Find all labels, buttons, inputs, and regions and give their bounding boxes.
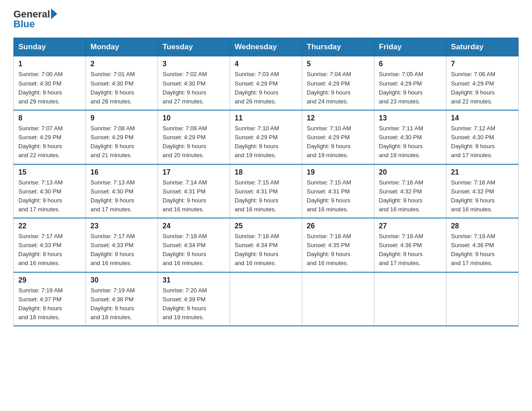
day-of-week-header: Saturday bbox=[446, 38, 519, 56]
calendar-day-cell: 10 Sunrise: 7:09 AMSunset: 4:29 PMDaylig… bbox=[158, 110, 230, 164]
calendar-day-cell: 1 Sunrise: 7:00 AMSunset: 4:30 PMDayligh… bbox=[14, 56, 86, 110]
day-info: Sunrise: 7:01 AMSunset: 4:30 PMDaylight:… bbox=[90, 70, 153, 106]
day-info: Sunrise: 7:00 AMSunset: 4:30 PMDaylight:… bbox=[18, 70, 81, 106]
day-info: Sunrise: 7:14 AMSunset: 4:31 PMDaylight:… bbox=[163, 178, 225, 214]
day-number: 4 bbox=[235, 60, 297, 68]
page-header: General Blue bbox=[13, 9, 519, 30]
day-info: Sunrise: 7:19 AMSunset: 4:36 PMDaylight:… bbox=[451, 232, 514, 268]
calendar-day-cell: 31 Sunrise: 7:20 AMSunset: 4:39 PMDaylig… bbox=[158, 272, 230, 326]
calendar-day-cell: 15 Sunrise: 7:13 AMSunset: 4:30 PMDaylig… bbox=[14, 164, 86, 218]
day-number: 24 bbox=[163, 222, 225, 230]
logo-arrow-icon bbox=[51, 9, 57, 19]
day-info: Sunrise: 7:12 AMSunset: 4:30 PMDaylight:… bbox=[451, 124, 514, 160]
calendar-day-cell: 4 Sunrise: 7:03 AMSunset: 4:29 PMDayligh… bbox=[230, 56, 302, 110]
day-info: Sunrise: 7:10 AMSunset: 4:29 PMDaylight:… bbox=[235, 124, 297, 160]
day-number: 23 bbox=[90, 222, 153, 230]
calendar-day-cell: 26 Sunrise: 7:18 AMSunset: 4:35 PMDaylig… bbox=[302, 218, 374, 272]
logo-blue-text: Blue bbox=[13, 19, 57, 30]
calendar-day-cell: 24 Sunrise: 7:18 AMSunset: 4:34 PMDaylig… bbox=[158, 218, 230, 272]
calendar-table: SundayMondayTuesdayWednesdayThursdayFrid… bbox=[13, 38, 519, 326]
calendar-day-cell bbox=[230, 272, 302, 326]
calendar-day-cell: 29 Sunrise: 7:19 AMSunset: 4:37 PMDaylig… bbox=[14, 272, 86, 326]
day-info: Sunrise: 7:15 AMSunset: 4:31 PMDaylight:… bbox=[307, 178, 369, 214]
calendar-day-cell: 19 Sunrise: 7:15 AMSunset: 4:31 PMDaylig… bbox=[302, 164, 374, 218]
calendar-day-cell: 20 Sunrise: 7:16 AMSunset: 4:32 PMDaylig… bbox=[374, 164, 446, 218]
calendar-day-cell bbox=[446, 272, 519, 326]
day-info: Sunrise: 7:07 AMSunset: 4:29 PMDaylight:… bbox=[18, 124, 81, 160]
day-info: Sunrise: 7:05 AMSunset: 4:29 PMDaylight:… bbox=[379, 70, 442, 106]
day-number: 16 bbox=[90, 168, 153, 176]
calendar-day-cell bbox=[302, 272, 374, 326]
calendar-day-cell: 25 Sunrise: 7:18 AMSunset: 4:34 PMDaylig… bbox=[230, 218, 302, 272]
day-info: Sunrise: 7:17 AMSunset: 4:33 PMDaylight:… bbox=[90, 232, 153, 268]
day-info: Sunrise: 7:03 AMSunset: 4:29 PMDaylight:… bbox=[235, 70, 297, 106]
calendar-body: 1 Sunrise: 7:00 AMSunset: 4:30 PMDayligh… bbox=[14, 56, 519, 326]
calendar-week-row: 1 Sunrise: 7:00 AMSunset: 4:30 PMDayligh… bbox=[14, 56, 519, 110]
day-info: Sunrise: 7:17 AMSunset: 4:33 PMDaylight:… bbox=[18, 232, 81, 268]
day-number: 14 bbox=[451, 114, 514, 122]
calendar-day-cell: 18 Sunrise: 7:15 AMSunset: 4:31 PMDaylig… bbox=[230, 164, 302, 218]
day-info: Sunrise: 7:15 AMSunset: 4:31 PMDaylight:… bbox=[235, 178, 297, 214]
day-number: 26 bbox=[307, 222, 369, 230]
day-of-week-header: Sunday bbox=[14, 38, 86, 56]
calendar-day-cell: 5 Sunrise: 7:04 AMSunset: 4:29 PMDayligh… bbox=[302, 56, 374, 110]
day-info: Sunrise: 7:16 AMSunset: 4:32 PMDaylight:… bbox=[379, 178, 442, 214]
day-number: 15 bbox=[18, 168, 81, 176]
calendar-day-cell: 21 Sunrise: 7:16 AMSunset: 4:32 PMDaylig… bbox=[446, 164, 519, 218]
calendar-day-cell: 7 Sunrise: 7:06 AMSunset: 4:29 PMDayligh… bbox=[446, 56, 519, 110]
day-number: 9 bbox=[90, 114, 153, 122]
day-number: 25 bbox=[235, 222, 297, 230]
calendar-week-row: 22 Sunrise: 7:17 AMSunset: 4:33 PMDaylig… bbox=[14, 218, 519, 272]
day-number: 28 bbox=[451, 222, 514, 230]
day-number: 31 bbox=[163, 276, 225, 284]
day-info: Sunrise: 7:18 AMSunset: 4:34 PMDaylight:… bbox=[163, 232, 225, 268]
day-of-week-header: Wednesday bbox=[230, 38, 302, 56]
calendar-day-cell: 12 Sunrise: 7:10 AMSunset: 4:29 PMDaylig… bbox=[302, 110, 374, 164]
calendar-day-cell: 27 Sunrise: 7:19 AMSunset: 4:36 PMDaylig… bbox=[374, 218, 446, 272]
calendar-day-cell: 30 Sunrise: 7:19 AMSunset: 4:38 PMDaylig… bbox=[86, 272, 158, 326]
day-number: 21 bbox=[451, 168, 514, 176]
calendar-day-cell: 17 Sunrise: 7:14 AMSunset: 4:31 PMDaylig… bbox=[158, 164, 230, 218]
calendar-day-cell: 2 Sunrise: 7:01 AMSunset: 4:30 PMDayligh… bbox=[86, 56, 158, 110]
day-of-week-header: Thursday bbox=[302, 38, 374, 56]
day-info: Sunrise: 7:16 AMSunset: 4:32 PMDaylight:… bbox=[451, 178, 514, 214]
day-info: Sunrise: 7:08 AMSunset: 4:29 PMDaylight:… bbox=[90, 124, 153, 160]
day-number: 29 bbox=[18, 276, 81, 284]
calendar-week-row: 15 Sunrise: 7:13 AMSunset: 4:30 PMDaylig… bbox=[14, 164, 519, 218]
calendar-day-cell: 22 Sunrise: 7:17 AMSunset: 4:33 PMDaylig… bbox=[14, 218, 86, 272]
day-number: 6 bbox=[379, 60, 442, 68]
day-info: Sunrise: 7:02 AMSunset: 4:30 PMDaylight:… bbox=[163, 70, 225, 106]
calendar-day-cell: 28 Sunrise: 7:19 AMSunset: 4:36 PMDaylig… bbox=[446, 218, 519, 272]
day-info: Sunrise: 7:11 AMSunset: 4:30 PMDaylight:… bbox=[379, 124, 442, 160]
day-of-week-header: Tuesday bbox=[158, 38, 230, 56]
calendar-day-cell: 14 Sunrise: 7:12 AMSunset: 4:30 PMDaylig… bbox=[446, 110, 519, 164]
calendar-day-cell bbox=[374, 272, 446, 326]
day-info: Sunrise: 7:19 AMSunset: 4:36 PMDaylight:… bbox=[379, 232, 442, 268]
calendar-day-cell: 23 Sunrise: 7:17 AMSunset: 4:33 PMDaylig… bbox=[86, 218, 158, 272]
day-number: 20 bbox=[379, 168, 442, 176]
day-number: 30 bbox=[90, 276, 153, 284]
day-info: Sunrise: 7:20 AMSunset: 4:39 PMDaylight:… bbox=[163, 286, 225, 322]
day-info: Sunrise: 7:18 AMSunset: 4:35 PMDaylight:… bbox=[307, 232, 369, 268]
day-of-week-header: Monday bbox=[86, 38, 158, 56]
calendar-day-cell: 6 Sunrise: 7:05 AMSunset: 4:29 PMDayligh… bbox=[374, 56, 446, 110]
day-info: Sunrise: 7:13 AMSunset: 4:30 PMDaylight:… bbox=[90, 178, 153, 214]
day-info: Sunrise: 7:09 AMSunset: 4:29 PMDaylight:… bbox=[163, 124, 225, 160]
calendar-day-cell: 9 Sunrise: 7:08 AMSunset: 4:29 PMDayligh… bbox=[86, 110, 158, 164]
day-number: 3 bbox=[163, 60, 225, 68]
day-number: 18 bbox=[235, 168, 297, 176]
calendar-week-row: 29 Sunrise: 7:19 AMSunset: 4:37 PMDaylig… bbox=[14, 272, 519, 326]
calendar-day-cell: 3 Sunrise: 7:02 AMSunset: 4:30 PMDayligh… bbox=[158, 56, 230, 110]
day-number: 17 bbox=[163, 168, 225, 176]
day-info: Sunrise: 7:19 AMSunset: 4:37 PMDaylight:… bbox=[18, 286, 81, 322]
day-info: Sunrise: 7:10 AMSunset: 4:29 PMDaylight:… bbox=[307, 124, 369, 160]
calendar-day-cell: 16 Sunrise: 7:13 AMSunset: 4:30 PMDaylig… bbox=[86, 164, 158, 218]
day-number: 7 bbox=[451, 60, 514, 68]
day-number: 2 bbox=[90, 60, 153, 68]
day-number: 1 bbox=[18, 60, 81, 68]
day-info: Sunrise: 7:19 AMSunset: 4:38 PMDaylight:… bbox=[90, 286, 153, 322]
day-info: Sunrise: 7:18 AMSunset: 4:34 PMDaylight:… bbox=[235, 232, 297, 268]
day-number: 8 bbox=[18, 114, 81, 122]
calendar-day-cell: 8 Sunrise: 7:07 AMSunset: 4:29 PMDayligh… bbox=[14, 110, 86, 164]
day-of-week-header: Friday bbox=[374, 38, 446, 56]
